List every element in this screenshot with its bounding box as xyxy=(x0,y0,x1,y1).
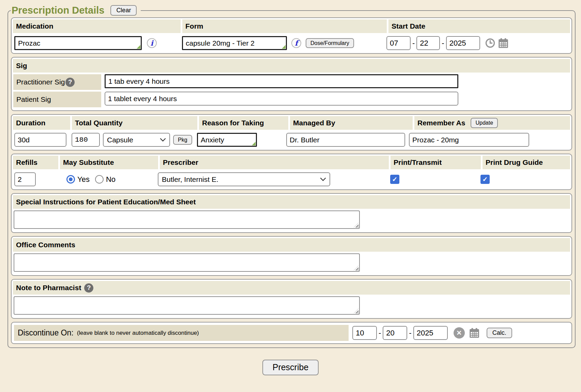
duration-input[interactable] xyxy=(14,133,66,147)
prescribe-row: Prescribe xyxy=(0,360,581,375)
date-separator: - xyxy=(409,329,411,338)
practitioner-sig-input[interactable] xyxy=(105,74,458,88)
sig-section: Sig Practitioner Sig ? Patient Sig xyxy=(11,57,572,111)
reason-combo xyxy=(197,133,257,147)
clear-button[interactable]: Clear xyxy=(110,5,137,16)
note-to-pharmacist-section: Note to Pharmacist ? xyxy=(11,279,572,319)
discontinue-month-input[interactable] xyxy=(352,326,377,340)
office-comments-header: Office Comments xyxy=(13,238,570,252)
drug-info-icon[interactable]: i xyxy=(147,38,157,48)
sig-header: Sig xyxy=(13,59,570,73)
pkg-button[interactable]: Pkg xyxy=(173,135,192,145)
patient-sig-row: Patient Sig xyxy=(13,92,570,107)
practitioner-sig-label: Practitioner Sig xyxy=(16,78,65,86)
refills-section: Refills May Substitute Prescriber Print/… xyxy=(11,154,572,190)
note-to-pharmacist-header: Note to Pharmacist ? xyxy=(13,281,570,295)
discontinue-hint: (leave blank to never automatically disc… xyxy=(77,330,199,336)
discontinue-year-input[interactable] xyxy=(413,326,448,340)
practitioner-sig-label-cell: Practitioner Sig ? xyxy=(13,74,101,90)
start-date-month-input[interactable] xyxy=(386,36,411,50)
patient-sig-label: Patient Sig xyxy=(16,95,51,104)
page-title: Prescription Details xyxy=(12,5,104,16)
print-drug-guide-label: Print Drug Guide xyxy=(483,156,570,169)
remember-as-input[interactable] xyxy=(409,133,529,147)
discontinue-section: Discontinue On: (leave blank to never au… xyxy=(11,322,572,344)
note-to-pharmacist-header-inner: Note to Pharmacist ? xyxy=(16,283,93,293)
managed-by-input[interactable] xyxy=(286,133,405,147)
details-section: Duration Total Quantity Reason for Takin… xyxy=(11,114,572,151)
total-quantity-input[interactable] xyxy=(72,133,100,147)
substitute-yes-radio[interactable] xyxy=(66,175,75,184)
office-comments-section: Office Comments xyxy=(11,236,572,276)
print-transmit-checkbox[interactable]: ✓ xyxy=(390,175,399,184)
refills-section-fields: Yes No Butler, Internist E. ✓ ✓ xyxy=(13,171,570,188)
date-separator: - xyxy=(379,329,381,338)
note-to-pharmacist-wrap xyxy=(14,296,360,315)
discontinue-date-group: - - xyxy=(352,326,448,340)
refills-label: Refills xyxy=(13,156,58,169)
total-quantity-label: Total Quantity xyxy=(72,116,197,130)
calendar-icon[interactable] xyxy=(469,327,480,339)
medication-input[interactable] xyxy=(14,36,142,50)
details-section-fields: Capsule Pkg xyxy=(13,131,570,148)
refills-input[interactable] xyxy=(14,172,36,186)
special-instructions-wrap xyxy=(14,210,360,229)
start-date-year-input[interactable] xyxy=(446,36,480,50)
calendar-icon[interactable] xyxy=(498,37,509,49)
practitioner-sig-row: Practitioner Sig ? xyxy=(13,74,570,90)
office-comments-textarea[interactable] xyxy=(14,253,360,272)
special-instructions-textarea[interactable] xyxy=(14,210,360,229)
clock-icon[interactable] xyxy=(485,38,495,48)
prescribe-button[interactable]: Prescribe xyxy=(262,360,319,375)
date-separator: - xyxy=(442,39,444,48)
note-to-pharmacist-label: Note to Pharmacist xyxy=(16,284,81,292)
medication-section-headers: Medication Form Start Date xyxy=(13,19,570,33)
clear-date-icon[interactable]: ✕ xyxy=(454,327,465,339)
print-drug-guide-checkbox[interactable]: ✓ xyxy=(480,175,490,184)
calc-button[interactable]: Calc. xyxy=(487,328,512,339)
discontinue-label: Discontinue On: xyxy=(18,328,74,338)
prescriber-select-value: Butler, Internist E. xyxy=(162,175,218,184)
special-instructions-section: Special Instructions for Patient Educati… xyxy=(11,193,572,233)
office-comments-wrap xyxy=(14,253,360,272)
print-transmit-label: Print/Transmit xyxy=(391,156,481,169)
prescription-details-panel: Prescription Details Clear Medication Fo… xyxy=(7,5,576,348)
discontinue-row: Discontinue On: (leave blank to never au… xyxy=(13,324,570,342)
discontinue-label-cell: Discontinue On: (leave blank to never au… xyxy=(14,325,349,341)
remember-as-header: Remember As Update xyxy=(414,116,570,130)
form-combo xyxy=(182,36,287,50)
reason-input[interactable] xyxy=(197,133,257,147)
discontinue-day-input[interactable] xyxy=(383,326,407,340)
form-label: Form xyxy=(182,19,387,33)
patient-sig-input[interactable] xyxy=(105,92,458,106)
help-icon[interactable]: ? xyxy=(84,283,93,293)
prescriber-select[interactable]: Butler, Internist E. xyxy=(158,172,330,186)
chevron-down-icon xyxy=(160,138,166,142)
may-substitute-label: May Substitute xyxy=(60,156,158,169)
note-to-pharmacist-textarea[interactable] xyxy=(14,296,360,315)
start-date-label: Start Date xyxy=(388,19,570,33)
start-date-day-input[interactable] xyxy=(416,36,440,50)
panel-legend: Prescription Details Clear xyxy=(11,5,141,16)
unit-select-value: Capsule xyxy=(107,136,133,144)
refills-section-headers: Refills May Substitute Prescriber Print/… xyxy=(13,156,570,169)
medication-section-fields: i f Dose/Formulary - - xyxy=(13,34,570,52)
form-input[interactable] xyxy=(182,36,287,50)
prescriber-label: Prescriber xyxy=(160,156,389,169)
reason-label: Reason for Taking xyxy=(199,116,288,130)
patient-sig-label-cell: Patient Sig xyxy=(13,92,101,107)
date-separator: - xyxy=(412,39,415,48)
medication-combo xyxy=(14,36,142,50)
special-instructions-header: Special Instructions for Patient Educati… xyxy=(13,195,570,209)
unit-select[interactable]: Capsule xyxy=(103,133,170,147)
medication-label: Medication xyxy=(13,19,181,33)
dose-formulary-button[interactable]: Dose/Formulary xyxy=(306,38,354,48)
start-date-group: - - xyxy=(386,36,480,50)
substitute-no-radio[interactable] xyxy=(95,175,104,184)
substitute-no-label: No xyxy=(106,175,116,184)
chevron-down-icon xyxy=(320,177,326,182)
formulary-icon[interactable]: f xyxy=(291,38,301,48)
update-button[interactable]: Update xyxy=(471,118,498,128)
managed-by-label: Managed By xyxy=(290,116,413,130)
help-icon[interactable]: ? xyxy=(65,78,75,87)
